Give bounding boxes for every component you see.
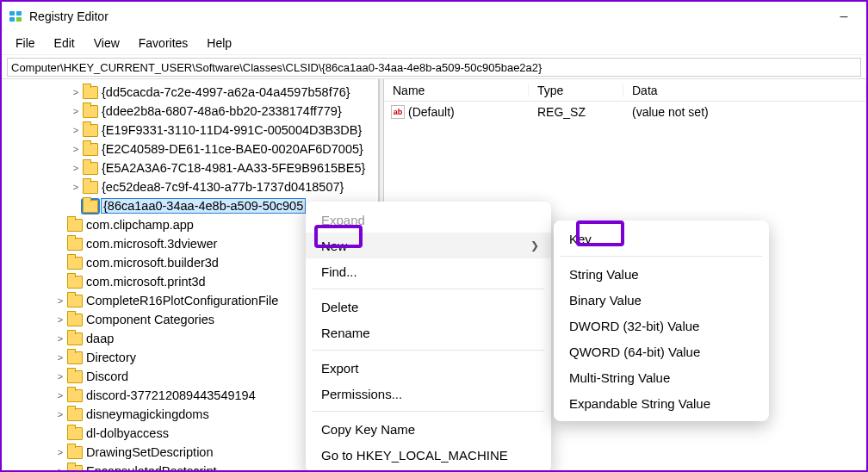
folder-icon [67, 295, 83, 307]
tree-item-label: com.microsoft.3dviewer [86, 237, 217, 251]
chevron-right-icon[interactable]: > [69, 182, 83, 192]
folder-icon [67, 389, 83, 402]
tree-item-label: DrawingSetDescription [86, 445, 213, 459]
chevron-right-icon[interactable]: > [53, 447, 67, 457]
tree-item-label: com.clipchamp.app [86, 218, 194, 232]
sub-qword[interactable]: QWORD (64-bit) Value [554, 338, 769, 364]
folder-icon [83, 181, 98, 194]
ctx-new[interactable]: New ❯ [306, 233, 551, 258]
value-data: (value not set) [623, 105, 866, 119]
chevron-right-icon[interactable]: > [53, 466, 67, 470]
ctx-copy-key-name[interactable]: Copy Key Name [306, 416, 551, 442]
address-bar [2, 55, 866, 79]
folder-icon [83, 200, 98, 213]
ctx-separator [561, 256, 762, 257]
col-type[interactable]: Type [529, 84, 623, 97]
ctx-goto-hklm[interactable]: Go to HKEY_LOCAL_MACHINE [306, 442, 551, 468]
tree-item[interactable]: >{ec52dea8-7c9f-4130-a77b-1737d0418507} [53, 177, 378, 196]
tree-item-label: disneymagickingdoms [86, 407, 209, 421]
chevron-right-icon[interactable]: > [69, 163, 83, 173]
ctx-separator [313, 289, 544, 289]
folder-icon [67, 238, 83, 251]
chevron-right-icon[interactable]: > [69, 106, 83, 116]
tree-item[interactable]: >{dd5cacda-7c2e-4997-a62a-04a4597b58f76} [53, 83, 378, 102]
ctx-export[interactable]: Export [306, 355, 551, 381]
menubar: File Edit View Favorites Help [2, 31, 866, 55]
tree-item-label: discord-377212089443549194 [86, 388, 256, 402]
tree-item-label: {E19F9331-3110-11D4-991C-005004D3B3DB} [102, 123, 362, 137]
folder-icon [67, 446, 83, 459]
menu-view[interactable]: View [85, 34, 128, 52]
tree-item-label: {E5A2A3A6-7C18-4981-AA33-5FE9B9615BE5} [102, 161, 365, 175]
chevron-right-icon[interactable]: > [69, 87, 83, 97]
minimize-button[interactable]: – [828, 9, 859, 24]
menu-edit[interactable]: Edit [46, 34, 84, 52]
chevron-right-icon[interactable]: > [53, 390, 67, 401]
folder-icon [83, 124, 98, 137]
ctx-new-label: New [321, 239, 347, 253]
list-row[interactable]: ab (Default) REG_SZ (value not set) [384, 102, 866, 122]
svg-rect-2 [9, 17, 15, 22]
chevron-right-icon[interactable]: > [69, 125, 83, 135]
ctx-find[interactable]: Find... [306, 258, 551, 284]
value-name: (Default) [408, 105, 455, 119]
sub-key[interactable]: Key [554, 226, 769, 252]
ctx-delete[interactable]: Delete [306, 294, 551, 320]
folder-icon [83, 143, 98, 156]
chevron-right-icon[interactable]: > [53, 314, 67, 325]
ctx-rename[interactable]: Rename [306, 320, 551, 345]
sub-binary[interactable]: Binary Value [554, 287, 769, 313]
app-icon [9, 9, 22, 23]
folder-icon [67, 276, 83, 289]
chevron-right-icon[interactable]: > [69, 144, 83, 154]
registry-editor-window: Registry Editor – File Edit View Favorit… [0, 0, 868, 472]
tree-item[interactable]: >{E19F9331-3110-11D4-991C-005004D3B3DB} [53, 121, 378, 140]
sub-dword[interactable]: DWORD (32-bit) Value [554, 313, 769, 338]
folder-icon [83, 86, 98, 99]
sub-string[interactable]: String Value [554, 261, 769, 287]
tree-item-label: {ddee2b8a-6807-48a6-bb20-2338174ff779} [102, 104, 342, 118]
ctx-separator [313, 350, 544, 351]
string-value-icon: ab [391, 105, 405, 119]
tree-item-label: EncapsulatedPostscript [86, 464, 217, 470]
tree-item-label: dl-dolbyaccess [86, 426, 169, 440]
folder-icon [67, 219, 83, 232]
tree-item-label: Discord [86, 370, 128, 383]
chevron-right-icon[interactable]: > [53, 371, 67, 382]
menu-help[interactable]: Help [198, 34, 240, 52]
ctx-separator [313, 411, 544, 412]
folder-icon [67, 465, 83, 471]
folder-icon [67, 257, 83, 270]
col-data[interactable]: Data [623, 84, 866, 97]
tree-item[interactable]: >{ddee2b8a-6807-48a6-bb20-2338174ff779} [53, 102, 378, 121]
folder-icon [67, 370, 83, 383]
ctx-expand: Expand [306, 207, 551, 233]
chevron-right-icon: ❯ [530, 239, 539, 252]
chevron-right-icon[interactable]: > [53, 409, 67, 419]
tree-item-label: CompleteR16PlotConfigurationFile [86, 294, 278, 307]
tree-item-label: com.microsoft.builder3d [86, 256, 219, 270]
folder-icon [67, 427, 83, 440]
folder-icon [67, 332, 83, 345]
chevron-right-icon[interactable]: > [53, 333, 67, 344]
menu-file[interactable]: File [7, 34, 44, 52]
titlebar: Registry Editor – [2, 2, 866, 31]
sub-expand[interactable]: Expandable String Value [554, 390, 769, 416]
col-name[interactable]: Name [384, 84, 529, 97]
svg-rect-3 [16, 17, 22, 22]
menu-favorites[interactable]: Favorites [130, 34, 197, 52]
folder-icon [83, 105, 98, 118]
value-type: REG_SZ [529, 105, 623, 119]
tree-item[interactable]: >{E2C40589-DE61-11ce-BAE0-0020AF6D7005} [53, 140, 378, 158]
chevron-right-icon[interactable]: > [53, 295, 67, 306]
address-input[interactable] [7, 58, 861, 77]
folder-icon [67, 351, 83, 364]
folder-icon [67, 314, 83, 326]
tree-item-label: Component Categories [86, 313, 214, 326]
chevron-right-icon[interactable]: > [53, 352, 67, 363]
tree-item-label: {ec52dea8-7c9f-4130-a77b-1737d0418507} [102, 180, 344, 194]
sub-multi[interactable]: Multi-String Value [554, 364, 769, 390]
ctx-permissions[interactable]: Permissions... [306, 381, 551, 407]
tree-item[interactable]: >{E5A2A3A6-7C18-4981-AA33-5FE9B9615BE5} [53, 158, 378, 177]
tree-item-label: {E2C40589-DE61-11ce-BAE0-0020AF6D7005} [102, 142, 363, 156]
